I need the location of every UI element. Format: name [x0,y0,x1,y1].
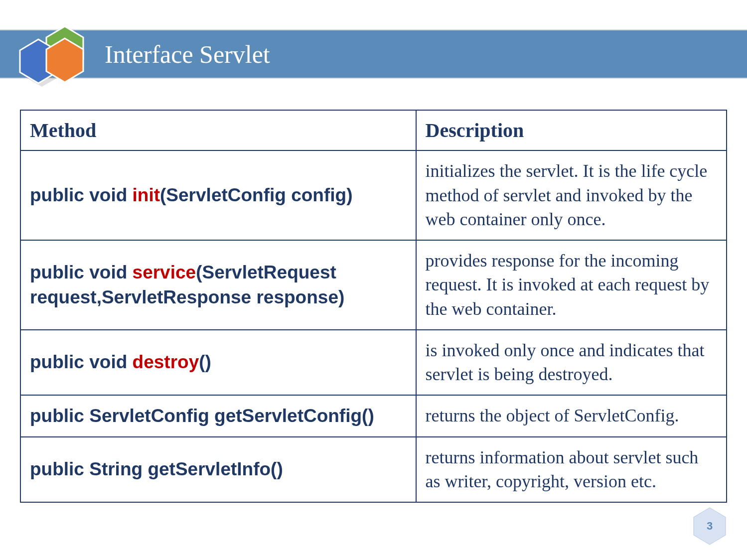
page-number: 3 [707,520,713,533]
table-row: public void service(ServletRequest reque… [20,240,727,330]
method-description: returns information about servlet such a… [416,437,727,502]
header-description: Description [416,110,727,150]
table-row: public void destroy() is invoked only on… [20,330,727,395]
table-row: public String getServletInfo() returns i… [20,437,727,502]
page-number-badge: 3 [692,506,727,546]
method-signature: public void service(ServletRequest reque… [20,240,416,330]
method-description: initializes the servlet. It is the life … [416,150,727,240]
table-row: public ServletConfig getServletConfig() … [20,395,727,437]
table-header-row: Method Description [20,110,727,150]
method-signature: public void init(ServletConfig config) [20,150,416,240]
page-title: Interface Servlet [105,40,270,69]
header-method: Method [20,110,416,150]
method-signature: public String getServletInfo() [20,437,416,502]
method-signature: public void destroy() [20,330,416,395]
header-bar: Interface Servlet [0,29,747,79]
methods-table: Method Description public void init(Serv… [20,110,727,503]
method-description: returns the object of ServletConfig. [416,395,727,437]
method-description: is invoked only once and indicates that … [416,330,727,395]
hex-logo-icon [12,12,92,92]
method-description: provides response for the incoming reque… [416,240,727,330]
content-area: Method Description public void init(Serv… [20,110,727,503]
method-signature: public ServletConfig getServletConfig() [20,395,416,437]
table-row: public void init(ServletConfig config) i… [20,150,727,240]
